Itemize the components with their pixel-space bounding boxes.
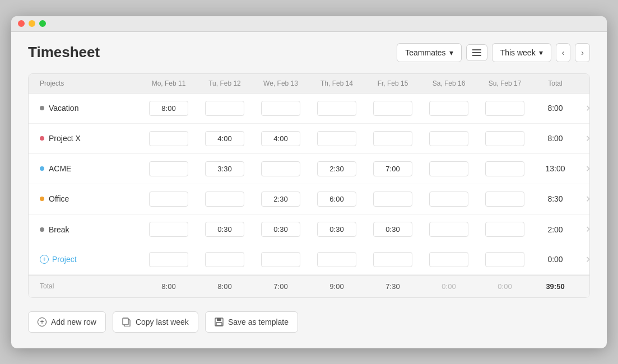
add-row-button[interactable]: + Add new row	[28, 311, 106, 333]
project-name: Vacation	[49, 104, 78, 113]
row-1-day-0-input[interactable]	[149, 131, 188, 146]
teammates-dropdown[interactable]: Teammates ▾	[397, 43, 461, 62]
row-0-day-0-input[interactable]	[149, 101, 188, 116]
row-4-day-2-input[interactable]	[261, 222, 300, 237]
save-template-button[interactable]: Save as template	[205, 311, 298, 333]
svg-rect-1	[472, 52, 481, 53]
list-icon	[472, 49, 481, 56]
next-week-button[interactable]: ›	[575, 43, 590, 62]
row-1-day-2-input[interactable]	[261, 131, 300, 146]
add-project-fri[interactable]	[373, 252, 412, 267]
grand-total: 39:50	[533, 282, 578, 291]
row-4-day-6-input[interactable]	[485, 222, 524, 237]
add-project-sat[interactable]	[429, 252, 468, 267]
col-thu: Th, Feb 14	[309, 80, 365, 87]
add-project-mon[interactable]	[149, 252, 188, 267]
close-button[interactable]	[18, 20, 25, 27]
col-mon: Mo, Feb 11	[141, 80, 197, 87]
row-0-day-2-input[interactable]	[261, 101, 300, 116]
row-1-day-4-input[interactable]	[373, 131, 412, 146]
col-tue: Tu, Feb 12	[197, 80, 253, 87]
row-0-total: 8:00	[533, 104, 578, 113]
col-fri: Fr, Feb 15	[365, 80, 421, 87]
add-project-total: 0:00	[533, 255, 578, 264]
copy-label: Copy last week	[136, 318, 189, 326]
row-1-day-5-input[interactable]	[429, 131, 468, 146]
project-dot	[40, 197, 44, 201]
row-0-day-6-input[interactable]	[485, 101, 524, 116]
table-row: Project X8:00✕	[29, 124, 589, 154]
row-4-day-5-input[interactable]	[429, 222, 468, 237]
row-0-day-3-input[interactable]	[317, 101, 356, 116]
row-4-day-0-input[interactable]	[149, 222, 188, 237]
add-project-tue[interactable]	[205, 252, 244, 267]
row-3-remove[interactable]: ✕	[578, 194, 590, 204]
total-sat: 0:00	[421, 282, 477, 291]
row-4-day-3-input[interactable]	[317, 222, 356, 237]
svg-rect-7	[216, 323, 222, 325]
prev-week-button[interactable]: ‹	[556, 43, 571, 62]
row-1-day-1-input[interactable]	[205, 131, 244, 146]
row-3-day-3-input[interactable]	[317, 192, 356, 207]
col-actions	[578, 80, 590, 87]
add-project-thu[interactable]	[317, 252, 356, 267]
copy-last-week-button[interactable]: Copy last week	[113, 311, 198, 333]
row-2-day-6-input[interactable]	[485, 161, 524, 176]
row-3-day-0-input[interactable]	[149, 192, 188, 207]
add-project-wed[interactable]	[261, 252, 300, 267]
header-controls: Teammates ▾ This week ▾ ‹	[397, 43, 590, 62]
row-0-day-4-input[interactable]	[373, 101, 412, 116]
add-project-remove[interactable]: ✕	[578, 254, 590, 265]
row-3-total: 8:30	[533, 194, 578, 203]
row-4-day-4-input[interactable]	[373, 222, 412, 237]
plus-circle-icon: +	[38, 318, 47, 326]
row-2-remove[interactable]: ✕	[578, 164, 590, 174]
add-project-sun[interactable]	[485, 252, 524, 267]
table-header: Projects Mo, Feb 11 Tu, Feb 12 We, Feb 1…	[29, 74, 589, 94]
row-4-day-1-input[interactable]	[205, 222, 244, 237]
totals-row: Total 8:00 8:00 7:00 9:00 7:30 0:00 0:00…	[29, 275, 589, 297]
row-3-day-4-input[interactable]	[373, 192, 412, 207]
row-1-day-3-input[interactable]	[317, 131, 356, 146]
row-2-day-0-input[interactable]	[149, 161, 188, 176]
maximize-button[interactable]	[39, 20, 46, 27]
week-dropdown[interactable]: This week ▾	[492, 43, 551, 62]
row-3-day-5-input[interactable]	[429, 192, 468, 207]
svg-rect-6	[217, 318, 221, 321]
row-3-day-6-input[interactable]	[485, 192, 524, 207]
page-title: Timesheet	[28, 44, 100, 61]
table-row: Vacation8:00✕	[29, 94, 589, 124]
project-cell: Vacation	[29, 104, 141, 113]
add-project-button[interactable]: + Project	[29, 255, 141, 264]
list-view-button[interactable]	[466, 44, 487, 61]
row-2-day-5-input[interactable]	[429, 161, 468, 176]
row-0-day-5-input[interactable]	[429, 101, 468, 116]
row-2-day-3-input[interactable]	[317, 161, 356, 176]
row-2-day-4-input[interactable]	[373, 161, 412, 176]
table-rows: Vacation8:00✕Project X8:00✕ACME13:00✕Off…	[29, 94, 589, 245]
row-3-day-1-input[interactable]	[205, 192, 244, 207]
project-dot	[40, 166, 44, 171]
total-mon: 8:00	[141, 282, 197, 291]
project-name: Office	[49, 194, 69, 203]
row-0-day-1-input[interactable]	[205, 101, 244, 116]
row-1-total: 8:00	[533, 134, 578, 143]
chevron-left-icon: ‹	[562, 48, 565, 57]
project-name: ACME	[49, 164, 71, 173]
row-2-day-1-input[interactable]	[205, 161, 244, 176]
chevron-down-icon: ▾	[449, 48, 453, 57]
minimize-button[interactable]	[29, 20, 35, 27]
row-1-day-6-input[interactable]	[485, 131, 524, 146]
row-2-day-2-input[interactable]	[261, 161, 300, 176]
row-4-remove[interactable]: ✕	[578, 224, 590, 235]
svg-rect-0	[472, 49, 481, 50]
row-0-remove[interactable]: ✕	[578, 103, 590, 114]
add-project-label: Project	[52, 255, 77, 264]
timesheet-table: Projects Mo, Feb 11 Tu, Feb 12 We, Feb 1…	[28, 73, 590, 298]
row-1-remove[interactable]: ✕	[578, 133, 590, 144]
project-cell: ACME	[29, 164, 141, 173]
add-row-label: Add new row	[51, 318, 96, 326]
app-content: Timesheet Teammates ▾ This week ▾	[11, 32, 607, 348]
row-3-day-2-input[interactable]	[261, 192, 300, 207]
project-dot	[40, 106, 44, 110]
